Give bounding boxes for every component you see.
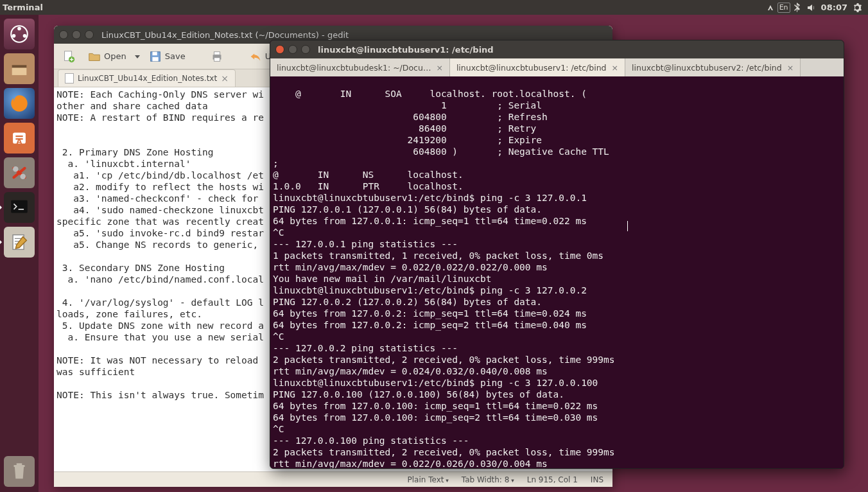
network-icon[interactable] (763, 1, 777, 15)
system-menu-icon[interactable] (850, 1, 864, 15)
launcher: A (0, 15, 39, 492)
svg-rect-10 (11, 200, 28, 213)
minimize-icon[interactable] (72, 30, 81, 39)
new-file-button[interactable] (58, 47, 80, 66)
svg-rect-16 (152, 51, 157, 55)
svg-rect-20 (214, 57, 220, 61)
svg-point-2 (12, 34, 16, 38)
maximize-icon[interactable] (85, 30, 94, 39)
terminal-tabbar: linuxcbt@linuxcbtubudesk1: ~/Docu… × lin… (270, 58, 844, 76)
svg-rect-19 (214, 51, 220, 55)
gedit-tab[interactable]: LinuxCBT_Ubu14x_Edition_Notes.txt × (58, 69, 236, 87)
open-label: Open (104, 51, 126, 61)
firefox-icon[interactable] (4, 88, 35, 119)
print-button[interactable] (206, 47, 228, 66)
terminal-tab-0[interactable]: linuxcbt@linuxcbtubudesk1: ~/Docu… × (270, 58, 450, 76)
bluetooth-icon[interactable] (790, 1, 804, 15)
svg-point-9 (20, 173, 25, 179)
gedit-window-title: LinuxCBT_Ubu14x_Edition_Notes.txt (~/Doc… (101, 30, 349, 40)
terminal-tab-label: linuxcbt@linuxcbtubudesk1: ~/Docu… (277, 63, 431, 73)
save-button[interactable]: Save (144, 47, 189, 66)
open-dropdown[interactable] (134, 54, 141, 59)
terminal-titlebar[interactable]: linuxcbt@linuxcbtubuserv1: /etc/bind (270, 40, 844, 58)
svg-point-8 (13, 166, 18, 172)
keyboard-layout-indicator[interactable]: En (777, 3, 790, 13)
clock[interactable]: 08:07 (819, 3, 850, 12)
cursor-position: Ln 915, Col 1 (527, 475, 578, 484)
terminal-icon[interactable] (4, 192, 35, 223)
top-panel: Terminal En 08:07 (0, 0, 868, 15)
terminal-tab-2[interactable]: linuxcbt@linuxcbtubuserv2: /etc/bind × (625, 58, 801, 76)
svg-point-3 (23, 34, 27, 38)
gedit-tab-label: LinuxCBT_Ubu14x_Edition_Notes.txt (78, 74, 217, 83)
terminal-tab-label: linuxcbt@linuxcbtubuserv1: /etc/bind (456, 63, 607, 73)
close-icon[interactable] (275, 45, 284, 54)
terminal-text: @ IN SOA localhost. root.localhost. ( 1 … (273, 89, 615, 468)
svg-rect-12 (17, 463, 22, 465)
save-label: Save (165, 51, 186, 61)
insert-mode: INS (591, 475, 603, 484)
panel-active-app[interactable]: Terminal (3, 3, 43, 12)
open-button[interactable]: Open (83, 47, 130, 66)
close-tab-icon[interactable]: × (612, 63, 618, 73)
svg-point-1 (17, 27, 21, 31)
close-tab-icon[interactable]: × (221, 73, 229, 83)
minimize-icon[interactable] (288, 45, 297, 54)
terminal-output[interactable]: @ IN SOA localhost. root.localhost. ( 1 … (270, 76, 844, 468)
close-tab-icon[interactable]: × (787, 63, 794, 73)
software-center-icon[interactable]: A (4, 123, 35, 154)
document-icon (65, 73, 74, 83)
volume-icon[interactable] (804, 1, 819, 15)
dash-icon[interactable] (4, 19, 35, 49)
close-icon[interactable] (59, 30, 68, 39)
terminal-tab-1[interactable]: linuxcbt@linuxcbtubuserv1: /etc/bind × (450, 58, 625, 76)
terminal-window-title: linuxcbt@linuxcbtubuserv1: /etc/bind (318, 45, 494, 55)
settings-icon[interactable] (4, 157, 35, 188)
tab-width[interactable]: Tab Width: 8 (462, 475, 514, 484)
terminal-window: linuxcbt@linuxcbtubuserv1: /etc/bind lin… (270, 40, 844, 469)
syntax-mode[interactable]: Plain Text (407, 475, 448, 484)
terminal-tab-label: linuxcbt@linuxcbtubuserv2: /etc/bind (632, 63, 782, 73)
svg-text:A: A (17, 137, 22, 146)
maximize-icon[interactable] (301, 45, 310, 54)
text-caret (627, 221, 628, 231)
files-icon[interactable] (4, 53, 35, 84)
gedit-statusbar: Plain Text Tab Width: 8 Ln 915, Col 1 IN… (54, 471, 612, 487)
svg-rect-4 (12, 65, 27, 67)
close-tab-icon[interactable]: × (436, 63, 442, 73)
svg-rect-17 (152, 57, 158, 60)
svg-rect-5 (12, 68, 27, 75)
gedit-icon[interactable] (4, 227, 35, 258)
trash-icon[interactable] (4, 456, 35, 487)
